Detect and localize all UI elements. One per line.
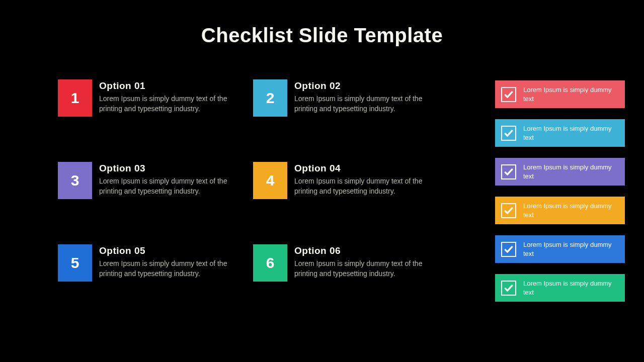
option-desc: Lorem Ipsum is simply dummy text of the … (294, 258, 435, 279)
checklist-item-6: Lorem Ipsum is simply dummy text (495, 274, 625, 302)
checklist-text: Lorem Ipsum is simply dummy text (523, 279, 619, 297)
option-desc: Lorem Ipsum is simply dummy text of the … (294, 94, 435, 114)
option-desc: Lorem Ipsum is simply dummy text of the … (294, 176, 435, 197)
checklist-item-2: Lorem Ipsum is simply dummy text (495, 119, 625, 147)
option-title: Option 04 (294, 163, 435, 174)
option-text: Option 01 Lorem Ipsum is simply dummy te… (99, 79, 240, 114)
options-grid: 1 Option 01 Lorem Ipsum is simply dummy … (58, 79, 439, 282)
check-icon (501, 164, 516, 179)
checklist-text: Lorem Ipsum is simply dummy text (523, 85, 619, 103)
option-title: Option 03 (99, 163, 240, 174)
checklist-text: Lorem Ipsum is simply dummy text (523, 202, 619, 219)
option-6: 6 Option 06 Lorem Ipsum is simply dummy … (253, 244, 439, 282)
option-text: Option 04 Lorem Ipsum is simply dummy te… (294, 162, 435, 197)
check-icon (501, 242, 516, 257)
checklist-item-3: Lorem Ipsum is simply dummy text (495, 158, 625, 186)
checklist-text: Lorem Ipsum is simply dummy text (523, 163, 619, 180)
content-area: 1 Option 01 Lorem Ipsum is simply dummy … (58, 79, 644, 282)
option-number-box: 5 (58, 244, 92, 282)
checklist-text: Lorem Ipsum is simply dummy text (523, 240, 619, 258)
option-title: Option 05 (99, 245, 240, 256)
option-desc: Lorem Ipsum is simply dummy text of the … (99, 258, 240, 279)
checklist-item-4: Lorem Ipsum is simply dummy text (495, 197, 625, 224)
check-icon (501, 87, 516, 102)
option-text: Option 03 Lorem Ipsum is simply dummy te… (99, 162, 240, 197)
check-icon (501, 203, 516, 218)
option-number-box: 1 (58, 79, 92, 117)
checklist: Lorem Ipsum is simply dummy text Lorem I… (495, 80, 625, 302)
check-icon (501, 281, 516, 296)
checklist-item-5: Lorem Ipsum is simply dummy text (495, 235, 625, 263)
checklist-text: Lorem Ipsum is simply dummy text (523, 124, 619, 142)
check-icon (501, 126, 516, 141)
option-number-box: 2 (253, 79, 287, 117)
option-4: 4 Option 04 Lorem Ipsum is simply dummy … (253, 162, 439, 199)
option-title: Option 02 (294, 80, 435, 92)
option-number-box: 4 (253, 162, 287, 199)
option-title: Option 06 (294, 245, 435, 256)
checklist-item-1: Lorem Ipsum is simply dummy text (495, 80, 625, 108)
page-title: Checklist Slide Template (0, 24, 644, 47)
option-desc: Lorem Ipsum is simply dummy text of the … (99, 176, 240, 197)
option-text: Option 05 Lorem Ipsum is simply dummy te… (99, 244, 240, 279)
option-text: Option 02 Lorem Ipsum is simply dummy te… (294, 79, 435, 114)
option-5: 5 Option 05 Lorem Ipsum is simply dummy … (58, 244, 244, 282)
option-1: 1 Option 01 Lorem Ipsum is simply dummy … (58, 79, 244, 117)
option-desc: Lorem Ipsum is simply dummy text of the … (99, 94, 240, 114)
option-number-box: 6 (253, 244, 287, 282)
option-number-box: 3 (58, 162, 92, 199)
option-text: Option 06 Lorem Ipsum is simply dummy te… (294, 244, 435, 279)
option-2: 2 Option 02 Lorem Ipsum is simply dummy … (253, 79, 439, 117)
option-title: Option 01 (99, 80, 240, 92)
option-3: 3 Option 03 Lorem Ipsum is simply dummy … (58, 162, 244, 199)
